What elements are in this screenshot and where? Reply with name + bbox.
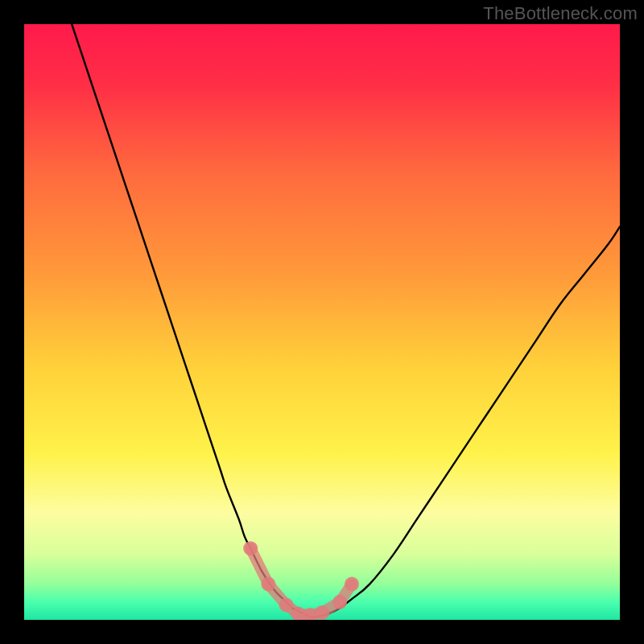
background-gradient (24, 24, 620, 620)
chart-frame: TheBottleneck.com (0, 0, 644, 644)
plot-area (24, 24, 620, 620)
svg-rect-0 (24, 24, 620, 620)
watermark-text: TheBottleneck.com (483, 3, 638, 24)
